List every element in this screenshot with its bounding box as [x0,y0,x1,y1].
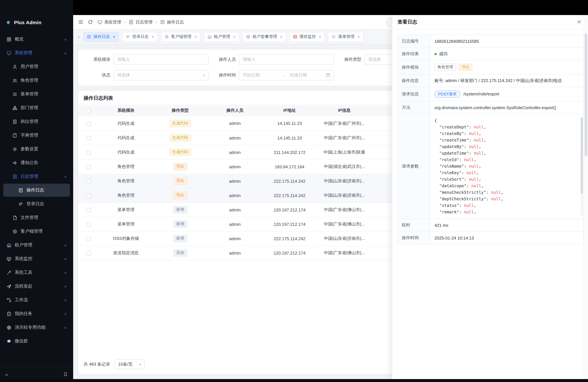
cell-operator: admin [207,203,263,217]
tab-登录日志[interactable]: 登录日志× [122,32,158,42]
sidebar-item-label: 日志管理 [21,173,38,179]
sidebar-item-系统监控[interactable]: 系统监控∨ [3,252,70,265]
filter-date-range-操作时间[interactable]: 开始日期→结束日期 [239,70,334,80]
breadcrumb-item[interactable]: 操作日志 [160,19,184,25]
task-icon [6,311,11,316]
sidebar-item-部门管理[interactable]: 部门管理 [3,101,70,114]
sidebar-item-字典管理[interactable]: 字典管理 [3,129,70,142]
cell-module: 代码生成 [99,116,153,131]
null-literal: null [491,190,501,195]
row-checkbox[interactable] [86,222,91,227]
sidebar-item-微信群[interactable]: 微信群 [3,335,70,348]
sidebar-item-label: 部门管理 [21,105,38,111]
page-size-select[interactable]: 10条/页 ▾ [115,360,145,369]
cell-action: 其他 [153,246,207,260]
drawer-scrollbar-thumb[interactable] [585,33,587,156]
cell-ip: 14.145.11.23 [263,116,316,131]
filter-label: 操作时间 [216,72,236,78]
placeholder-text: 请选择 [117,72,201,78]
cell-operator: admin [207,217,263,231]
cell-action: 导出 [153,174,207,188]
tab-close-icon[interactable]: × [357,35,360,39]
row-checkbox[interactable] [86,193,91,198]
tab-操作日志[interactable]: 操作日志× [84,32,119,42]
row-checkbox[interactable] [86,136,91,141]
tab-label: 缓存监控 [299,34,316,40]
detail-value: 成功 [431,48,583,60]
menu-icon [12,92,17,97]
breadcrumb-item[interactable]: 日志管理 [129,19,152,25]
tab-label: 租户套餐管理 [252,34,277,40]
tabs-scroll-left-icon[interactable]: ‹ [77,34,80,40]
client-icon [165,35,169,39]
sidebar-item-系统管理[interactable]: 系统管理∧ [3,46,70,60]
sidebar-item-客户端管理[interactable]: 客户端管理 [3,225,70,238]
request-method-badge: POST请求 [435,90,460,98]
row-checkbox[interactable] [86,236,91,241]
row-checkbox[interactable] [86,208,91,212]
filter-select-状态[interactable]: 请选择▾ [114,70,209,80]
tab-租户套餐管理[interactable]: 租户套餐管理× [242,32,286,42]
tab-close-icon[interactable]: × [280,35,282,39]
code-scrollbar-thumb[interactable] [581,117,583,194]
detail-label: 方法 [398,102,431,114]
tab-close-icon[interactable]: × [152,35,154,39]
tab-close-icon[interactable]: × [233,35,235,39]
detail-label: 请求信息 [398,87,431,101]
sidebar-item-岗位管理[interactable]: 岗位管理 [3,115,70,128]
tab-缓存监控[interactable]: 缓存监控× [289,32,325,42]
tab-close-icon[interactable]: × [194,35,197,39]
sidebar-item-系统工具[interactable]: 系统工具∨ [3,266,70,279]
sidebar-item-用户管理[interactable]: 用户管理 [3,60,70,73]
row-checkbox[interactable] [86,121,91,126]
pin-icon[interactable] [63,372,68,377]
row-checkbox[interactable] [86,251,91,255]
sidebar-item-参数设置[interactable]: 参数设置 [3,143,70,156]
code-line: "status": null, [435,202,575,209]
refresh-icon[interactable] [88,20,93,24]
cell-ip-info: 中国|湖北省|武汉市|... [316,159,372,174]
sidebar-item-角色管理[interactable]: 角色管理 [3,74,70,87]
select-all-checkbox[interactable] [86,108,91,113]
detail-row-方法: 方法org.dromara.system.controller.system.S… [398,102,583,114]
detail-value: 角色管理导出 [431,61,583,74]
hamburger-menu-icon[interactable] [78,20,83,24]
sidebar-item-租户管理[interactable]: 租户管理∨ [3,238,70,252]
sidebar-item-文件管理[interactable]: 文件管理 [3,211,70,224]
code-line: "remark": null, [435,209,575,215]
brand-title: Plus Admin [14,20,42,25]
null-literal: null [469,177,479,182]
tab-租户管理[interactable]: 租户管理× [204,32,239,42]
loginlog-icon [18,201,23,206]
filter-input-系统模块[interactable]: 请输入 [114,54,209,65]
breadcrumb-item[interactable]: 系统管理 [97,19,121,25]
row-checkbox[interactable] [86,150,91,155]
tab-客户端管理[interactable]: 客户端管理× [161,32,200,42]
sidebar-item-工作流[interactable]: 工作流∨ [3,294,70,307]
tab-close-icon[interactable]: × [113,35,115,39]
cell-operator: admin [207,188,263,203]
collapse-sidebar-icon[interactable]: « [5,372,8,377]
filter-input-操作人员[interactable]: 请输入 [239,54,334,65]
close-icon[interactable]: ✕ [576,19,583,25]
cell-ip-info: 中国|广东省|广州市|... [316,131,372,145]
cell-ip: 211.144.202.172 [263,145,316,159]
sidebar-item-我的任务[interactable]: 我的任务∨ [3,307,70,320]
sidebar-item-登录日志[interactable]: 登录日志 [3,197,70,211]
row-checkbox[interactable] [86,179,91,184]
sidebar-item-通知公告[interactable]: 通知公告 [3,156,70,169]
sidebar-item-概览[interactable]: 概览∨ [3,33,70,46]
cell-module: 角色管理 [99,174,153,188]
sidebar-item-流程发起[interactable]: 流程发起∨ [3,280,70,293]
cell-checkbox [78,131,99,145]
row-checkbox[interactable] [86,165,91,169]
cell-ip-info: 中国|山东省|济南市|... [316,174,372,188]
sidebar-item-演示站专用功能[interactable]: 演示站专用功能∨ [3,321,70,334]
sidebar-item-操作日志[interactable]: 操作日志 [3,184,70,197]
detail-text: org.dromara.system.controller.system.Sys… [435,105,556,110]
sidebar-item-日志管理[interactable]: 日志管理∧ [3,170,70,183]
sidebar-item-菜单管理[interactable]: 菜单管理 [3,87,70,101]
tab-菜单管理[interactable]: 菜单管理× [328,32,364,42]
file-icon [12,215,17,220]
tab-close-icon[interactable]: × [319,35,321,39]
